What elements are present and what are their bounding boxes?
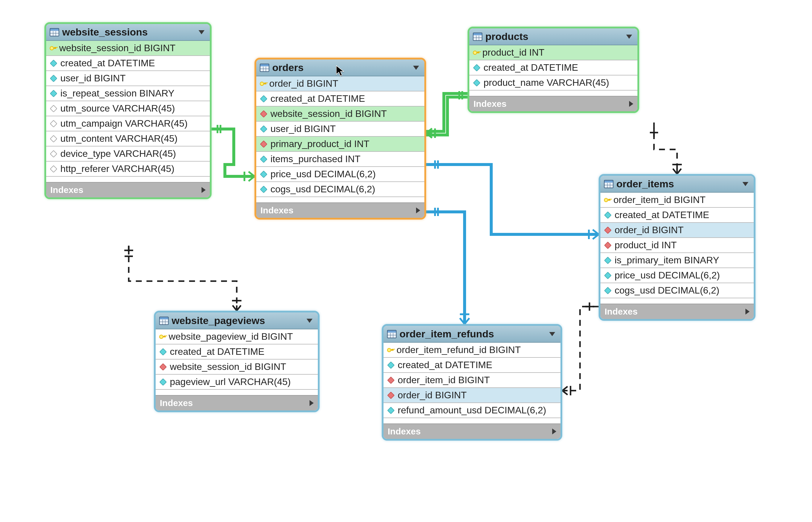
column-row[interactable]: order_id BIGINT <box>601 223 754 238</box>
column-row[interactable]: product_name VARCHAR(45) <box>469 76 637 91</box>
column-row[interactable]: created_at DATETIME <box>601 208 754 223</box>
collapse-icon[interactable] <box>199 30 204 34</box>
expand-icon[interactable] <box>629 101 633 107</box>
indexes-section[interactable]: Indexes <box>156 395 318 410</box>
primary-key-icon <box>473 49 480 56</box>
table-title: website_sessions <box>62 26 148 38</box>
column-row[interactable]: created_at DATETIME <box>384 358 561 373</box>
column-row[interactable]: website_session_id BIGINT <box>46 41 210 56</box>
column-row[interactable]: order_item_refund_id BIGINT <box>384 343 561 358</box>
column-definition: product_id INT <box>615 240 677 250</box>
column-row[interactable]: price_usd DECIMAL(6,2) <box>601 268 754 283</box>
column-definition: order_id BIGINT <box>398 390 467 401</box>
foreign-key-icon <box>159 363 167 370</box>
column-definition: website_session_id BIGINT <box>170 361 286 372</box>
column-row[interactable]: pageview_url VARCHAR(45) <box>156 375 318 390</box>
foreign-key-icon <box>387 392 394 399</box>
table-header[interactable]: orders <box>256 59 424 76</box>
primary-key-icon <box>50 45 56 52</box>
expand-icon[interactable] <box>746 309 750 315</box>
column-definition: website_session_id BIGINT <box>270 108 387 119</box>
foreign-key-icon <box>604 226 611 234</box>
indexes-section[interactable]: Indexes <box>256 202 424 218</box>
column-icon <box>473 79 480 86</box>
column-row[interactable]: utm_content VARCHAR(45) <box>46 132 210 146</box>
column-definition: product_name VARCHAR(45) <box>484 77 609 88</box>
column-definition: created_at DATETIME <box>484 62 578 73</box>
foreign-key-icon <box>260 140 267 148</box>
foreign-key-icon <box>604 241 611 249</box>
column-definition: created_at DATETIME <box>270 93 365 104</box>
column-row[interactable]: is_primary_item BINARY <box>601 253 754 268</box>
indexes-section[interactable]: Indexes <box>601 304 754 319</box>
column-row[interactable]: order_item_id BIGINT <box>601 193 754 208</box>
collapse-icon[interactable] <box>413 66 419 70</box>
table-icon <box>260 64 269 72</box>
table-header[interactable]: website_sessions <box>46 24 210 41</box>
column-row[interactable]: primary_product_id INT <box>256 137 424 152</box>
column-row[interactable]: created_at DATETIME <box>256 92 424 106</box>
column-row[interactable]: device_type VARCHAR(45) <box>46 146 210 162</box>
column-definition: cogs_usd DECIMAL(6,2) <box>615 285 719 296</box>
collapse-icon[interactable] <box>307 319 312 323</box>
column-row[interactable]: product_id INT <box>601 238 754 253</box>
column-definition: http_referer VARCHAR(45) <box>60 163 174 174</box>
column-icon <box>260 95 267 102</box>
nullable-column-icon <box>50 135 57 142</box>
entity-table-website_pageviews[interactable]: website_pageviewswebsite_pageview_id BIG… <box>154 311 320 412</box>
column-row[interactable]: cogs_usd DECIMAL(6,2) <box>601 283 754 298</box>
column-row[interactable]: price_usd DECIMAL(6,2) <box>256 167 424 182</box>
nullable-column-icon <box>50 150 57 157</box>
column-row[interactable]: http_referer VARCHAR(45) <box>46 162 210 177</box>
indexes-section[interactable]: Indexes <box>46 182 210 197</box>
entity-table-order_items[interactable]: order_itemsorder_item_id BIGINTcreated_a… <box>598 174 755 321</box>
foreign-key-icon <box>260 110 267 118</box>
collapse-icon[interactable] <box>743 182 748 186</box>
entity-table-website_sessions[interactable]: website_sessionswebsite_session_id BIGIN… <box>44 22 211 199</box>
column-icon <box>260 125 267 133</box>
table-header[interactable]: order_items <box>601 176 754 193</box>
column-row[interactable]: user_id BIGINT <box>256 122 424 137</box>
column-row[interactable]: product_id INT <box>469 45 637 60</box>
column-icon <box>473 64 480 71</box>
collapse-icon[interactable] <box>549 332 555 336</box>
entity-table-orders[interactable]: ordersorder_id BIGINTcreated_at DATETIME… <box>255 58 426 220</box>
column-row[interactable]: cogs_usd DECIMAL(6,2) <box>256 182 424 197</box>
column-row[interactable]: items_purchased INT <box>256 152 424 167</box>
column-row[interactable]: order_id BIGINT <box>384 388 561 403</box>
column-row[interactable]: website_session_id BIGINT <box>156 360 318 375</box>
column-icon <box>50 90 57 97</box>
collapse-icon[interactable] <box>626 35 632 39</box>
column-row[interactable]: website_pageview_id BIGINT <box>156 329 318 344</box>
table-header[interactable]: order_item_refunds <box>384 326 561 343</box>
indexes-section[interactable]: Indexes <box>384 423 561 439</box>
column-definition: order_item_id BIGINT <box>613 195 706 205</box>
table-title: orders <box>272 62 304 74</box>
table-header[interactable]: website_pageviews <box>156 313 318 329</box>
expand-icon[interactable] <box>416 207 420 213</box>
column-row[interactable]: website_session_id BIGINT <box>256 106 424 122</box>
column-row[interactable]: created_at DATETIME <box>469 60 637 76</box>
er-diagram-canvas[interactable]: website_sessionswebsite_session_id BIGIN… <box>0 0 812 522</box>
indexes-section[interactable]: Indexes <box>469 96 637 111</box>
column-icon <box>159 348 167 355</box>
expand-icon[interactable] <box>309 400 314 406</box>
column-definition: website_session_id BIGINT <box>59 43 176 54</box>
entity-table-order_item_refunds[interactable]: order_item_refundsorder_item_refund_id B… <box>382 324 562 441</box>
expand-icon[interactable] <box>552 428 556 435</box>
column-row[interactable]: created_at DATETIME <box>156 344 318 360</box>
column-row[interactable]: order_item_id BIGINT <box>384 373 561 388</box>
column-row[interactable]: refund_amount_usd DECIMAL(6,2) <box>384 403 561 418</box>
column-row[interactable]: user_id BIGINT <box>46 71 210 86</box>
column-definition: utm_source VARCHAR(45) <box>60 103 175 114</box>
entity-table-products[interactable]: productsproduct_id INTcreated_at DATETIM… <box>468 27 639 113</box>
column-definition: website_pageview_id BIGINT <box>169 331 293 342</box>
column-row[interactable]: is_repeat_session BINARY <box>46 86 210 101</box>
column-row[interactable]: utm_source VARCHAR(45) <box>46 101 210 116</box>
column-row[interactable]: order_id BIGINT <box>256 76 424 92</box>
column-row[interactable]: created_at DATETIME <box>46 56 210 71</box>
primary-key-icon <box>260 80 266 87</box>
expand-icon[interactable] <box>202 187 206 193</box>
table-header[interactable]: products <box>469 28 637 45</box>
column-row[interactable]: utm_campaign VARCHAR(45) <box>46 116 210 132</box>
